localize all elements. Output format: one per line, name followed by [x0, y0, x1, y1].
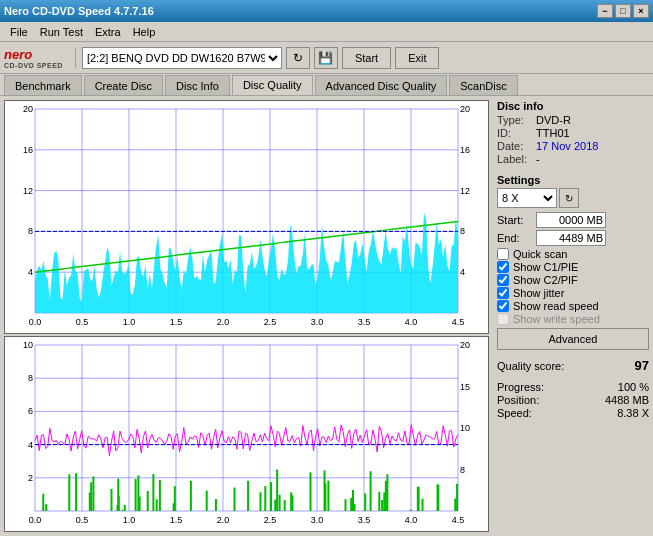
progress-section: Progress: 100 % Position: 4488 MB Speed:… — [497, 381, 649, 420]
quality-score-value: 97 — [635, 358, 649, 373]
maximize-button[interactable]: □ — [615, 4, 631, 18]
menu-run-test[interactable]: Run Test — [34, 24, 89, 40]
menu-extra[interactable]: Extra — [89, 24, 127, 40]
title-bar-controls: − □ × — [597, 4, 649, 18]
chart-area — [0, 96, 493, 536]
disc-id-row: ID: TTH01 — [497, 127, 649, 139]
lower-chart — [4, 336, 489, 532]
position-label: Position: — [497, 394, 539, 406]
quick-scan-checkbox[interactable] — [497, 248, 509, 260]
menu-help[interactable]: Help — [127, 24, 162, 40]
quality-score-label: Quality score: — [497, 360, 564, 372]
upper-chart — [4, 100, 489, 334]
position-value: 4488 MB — [605, 394, 649, 406]
toolbar: nero CD-DVD SPEED [2:2] BENQ DVD DD DW16… — [0, 42, 653, 74]
save-button[interactable]: 💾 — [314, 47, 338, 69]
show-c1pie-checkbox[interactable] — [497, 261, 509, 273]
title-bar-left: Nero CD-DVD Speed 4.7.7.16 — [4, 5, 154, 17]
disc-info-title: Disc info — [497, 100, 649, 112]
exit-button[interactable]: Exit — [395, 47, 439, 69]
disc-label-label: Label: — [497, 153, 532, 165]
show-jitter-row: Show jitter — [497, 287, 649, 299]
speed-refresh-button[interactable]: ↻ — [559, 188, 579, 208]
speed-label-progress: Speed: — [497, 407, 532, 419]
tab-bar: Benchmark Create Disc Disc Info Disc Qua… — [0, 74, 653, 96]
progress-value: 100 % — [618, 381, 649, 393]
show-read-speed-checkbox[interactable] — [497, 300, 509, 312]
show-read-speed-row: Show read speed — [497, 300, 649, 312]
show-c2pif-checkbox[interactable] — [497, 274, 509, 286]
disc-info-section: Disc info Type: DVD-R ID: TTH01 Date: 17… — [497, 100, 649, 166]
end-row: End: — [497, 230, 649, 246]
title-bar: Nero CD-DVD Speed 4.7.7.16 − □ × — [0, 0, 653, 22]
speed-select[interactable]: 8 X — [497, 188, 557, 208]
show-c1pie-row: Show C1/PIE — [497, 261, 649, 273]
show-c2pif-row: Show C2/PIF — [497, 274, 649, 286]
show-c2pif-label: Show C2/PIF — [513, 274, 578, 286]
show-read-speed-label: Show read speed — [513, 300, 599, 312]
start-button[interactable]: Start — [342, 47, 391, 69]
start-input[interactable] — [536, 212, 606, 228]
end-label: End: — [497, 232, 532, 244]
advanced-button[interactable]: Advanced — [497, 328, 649, 350]
disc-type-row: Type: DVD-R — [497, 114, 649, 126]
speed-value-progress: 8.38 X — [617, 407, 649, 419]
start-row: Start: — [497, 212, 649, 228]
show-jitter-label: Show jitter — [513, 287, 564, 299]
quick-scan-label: Quick scan — [513, 248, 567, 260]
show-write-speed-row: Show write speed — [497, 313, 649, 325]
disc-date-label: Date: — [497, 140, 532, 152]
settings-section: Settings 8 X ↻ Start: End: Quick scan — [497, 174, 649, 350]
disc-type-value: DVD-R — [536, 114, 571, 126]
disc-date-row: Date: 17 Nov 2018 — [497, 140, 649, 152]
nero-logo: nero — [4, 47, 32, 62]
tab-advanced-disc-quality[interactable]: Advanced Disc Quality — [315, 75, 448, 95]
app-title: Nero CD-DVD Speed 4.7.7.16 — [4, 5, 154, 17]
tab-benchmark[interactable]: Benchmark — [4, 75, 82, 95]
menu-bar: File Run Test Extra Help — [0, 22, 653, 42]
disc-date-value: 17 Nov 2018 — [536, 140, 598, 152]
end-input[interactable] — [536, 230, 606, 246]
position-row: Position: 4488 MB — [497, 394, 649, 406]
progress-row: Progress: 100 % — [497, 381, 649, 393]
speed-row: 8 X ↻ — [497, 188, 649, 208]
show-jitter-checkbox[interactable] — [497, 287, 509, 299]
main-content: Disc info Type: DVD-R ID: TTH01 Date: 17… — [0, 96, 653, 536]
app-logo: nero CD-DVD SPEED — [4, 47, 63, 69]
right-panel: Disc info Type: DVD-R ID: TTH01 Date: 17… — [493, 96, 653, 536]
show-write-speed-label: Show write speed — [513, 313, 600, 325]
show-write-speed-checkbox[interactable] — [497, 313, 509, 325]
disc-type-label: Type: — [497, 114, 532, 126]
tab-disc-info[interactable]: Disc Info — [165, 75, 230, 95]
start-label: Start: — [497, 214, 532, 226]
show-c1pie-label: Show C1/PIE — [513, 261, 578, 273]
settings-title: Settings — [497, 174, 649, 186]
disc-label-row: Label: - — [497, 153, 649, 165]
close-button[interactable]: × — [633, 4, 649, 18]
progress-label: Progress: — [497, 381, 544, 393]
quality-score-row: Quality score: 97 — [497, 358, 649, 373]
tab-disc-quality[interactable]: Disc Quality — [232, 75, 313, 95]
disc-label-value: - — [536, 153, 540, 165]
tab-create-disc[interactable]: Create Disc — [84, 75, 163, 95]
minimize-button[interactable]: − — [597, 4, 613, 18]
refresh-drive-button[interactable]: ↻ — [286, 47, 310, 69]
disc-id-label: ID: — [497, 127, 532, 139]
menu-file[interactable]: File — [4, 24, 34, 40]
quick-scan-row: Quick scan — [497, 248, 649, 260]
nero-cd-dvd-label: CD-DVD SPEED — [4, 62, 63, 69]
tab-scandisc[interactable]: ScanDisc — [449, 75, 517, 95]
disc-id-value: TTH01 — [536, 127, 570, 139]
drive-select[interactable]: [2:2] BENQ DVD DD DW1620 B7W9 — [82, 47, 282, 69]
toolbar-divider — [75, 48, 76, 68]
speed-row-progress: Speed: 8.38 X — [497, 407, 649, 419]
